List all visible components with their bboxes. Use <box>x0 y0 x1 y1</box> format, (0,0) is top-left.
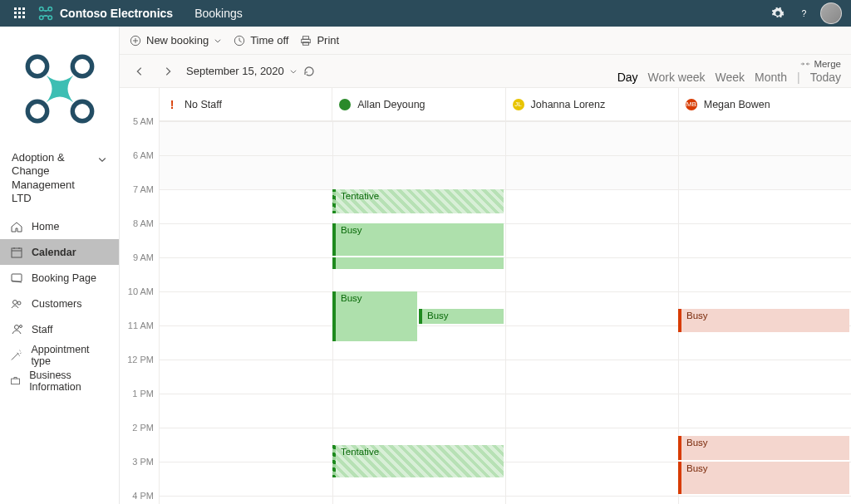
view-work-week[interactable]: Work week <box>648 71 706 84</box>
time-off-button[interactable]: Time off <box>234 34 288 46</box>
date-picker[interactable]: September 15, 2020 <box>186 65 316 78</box>
svg-rect-15 <box>12 379 20 384</box>
svg-point-0 <box>40 7 44 12</box>
page-icon <box>10 272 23 285</box>
subtoolbar: September 15, 2020 Merge Day Work week W… <box>120 55 851 88</box>
calendar-event[interactable]: Busy <box>419 309 504 325</box>
brand: Contoso Electronics <box>38 6 173 21</box>
svg-point-5 <box>27 56 47 76</box>
sidebar-item-label: Home <box>32 221 59 232</box>
svg-point-1 <box>48 7 52 12</box>
app-name[interactable]: Bookings <box>194 7 243 20</box>
app-launcher-button[interactable] <box>7 0 33 27</box>
arrow-right-icon <box>162 66 174 77</box>
calendar-event[interactable]: Busy <box>332 223 504 256</box>
help-icon: ? <box>799 7 810 19</box>
column-header[interactable]: Allan Deyoung <box>332 88 505 120</box>
time-column: 5 AM6 AM7 AM8 AM9 AM10 AM11 AM12 PM1 PM2… <box>120 88 160 504</box>
new-booking-button[interactable]: New booking <box>130 34 222 46</box>
sidebar-item-home[interactable]: Home <box>0 213 119 239</box>
chevron-down-icon <box>97 154 107 164</box>
svg-rect-18 <box>303 36 309 39</box>
calendar-event[interactable]: Busy <box>332 291 417 341</box>
view-day[interactable]: Day <box>617 71 638 84</box>
time-label: 12 PM <box>127 355 154 365</box>
view-month[interactable]: Month <box>755 71 787 84</box>
calendar: 5 AM6 AM7 AM8 AM9 AM10 AM11 AM12 PM1 PM2… <box>120 88 851 504</box>
view-switcher: Day Work week Week Month | Today <box>617 71 841 84</box>
calendar-event[interactable]: Busy <box>678 309 849 333</box>
sidebar-item-staff[interactable]: Staff <box>0 316 119 342</box>
calendar-icon <box>10 246 23 259</box>
sidebar-item-business-information[interactable]: Business Information <box>0 368 119 394</box>
arrow-left-icon <box>134 66 145 77</box>
print-button[interactable]: Print <box>300 34 339 46</box>
avatar-icon <box>820 2 842 24</box>
settings-button[interactable] <box>765 0 791 27</box>
view-week[interactable]: Week <box>716 71 745 84</box>
time-label: 2 PM <box>132 423 154 433</box>
person-dot-icon: MB <box>686 99 697 110</box>
person-dot-icon: JL <box>513 99 524 110</box>
svg-point-3 <box>48 16 52 20</box>
plus-circle-icon <box>130 35 141 46</box>
time-label: 1 PM <box>132 389 154 399</box>
sidebar-item-appointment-type[interactable]: Appointment type <box>0 342 119 368</box>
svg-point-2 <box>40 16 44 20</box>
svg-point-13 <box>15 325 19 329</box>
svg-text:?: ? <box>802 8 807 18</box>
column-header[interactable]: !No Staff <box>160 88 332 120</box>
toolbar: New booking Time off Print <box>120 27 851 55</box>
calendar-event[interactable]: Busy <box>678 462 849 494</box>
calendar-event[interactable]: Tentative <box>332 445 504 477</box>
column-header[interactable]: MBMegan Bowen <box>679 88 851 120</box>
help-button[interactable]: ? <box>791 0 818 27</box>
time-label: 11 AM <box>128 321 154 330</box>
wand-icon <box>10 349 22 362</box>
time-label: 3 PM <box>132 457 154 467</box>
calendar-event[interactable]: Busy <box>678 436 849 460</box>
prev-date-button[interactable] <box>130 61 150 81</box>
sidebar-item-customers[interactable]: Customers <box>0 291 119 316</box>
next-date-button[interactable] <box>158 61 178 81</box>
time-label: 10 AM <box>128 286 154 296</box>
chevron-down-icon <box>289 67 298 76</box>
briefcase-icon <box>10 374 21 388</box>
sidebar-item-label: Appointment type <box>31 344 109 367</box>
business-selector[interactable]: Adoption & Change Management LTD <box>0 151 119 213</box>
sidebar-item-calendar[interactable]: Calendar <box>0 239 119 265</box>
waffle-icon <box>14 7 26 19</box>
svg-rect-9 <box>12 248 22 257</box>
time-label: 5 AM <box>133 116 154 126</box>
sidebar-item-label: Staff <box>32 324 52 335</box>
chevron-down-icon <box>214 37 222 45</box>
sidebar-item-label: Customers <box>32 298 81 310</box>
person-dot-icon <box>339 99 351 110</box>
calendar-grid[interactable]: TentativeBusyBusyBusyTentativeBusyBusyBu… <box>160 121 851 504</box>
merge-button[interactable]: Merge <box>800 59 841 69</box>
staff-icon <box>10 323 23 336</box>
sidebar: Adoption & Change Management LTD HomeCal… <box>0 27 120 504</box>
account-button[interactable] <box>818 0 844 27</box>
time-label: 4 PM <box>132 491 154 501</box>
app-header: Contoso Electronics Bookings ? <box>0 0 851 27</box>
column-header[interactable]: JLJohanna Lorenz <box>506 88 679 120</box>
people-icon <box>10 297 23 311</box>
gear-icon <box>771 7 785 20</box>
sidebar-item-label: Calendar <box>32 247 76 258</box>
svg-point-6 <box>72 56 91 76</box>
svg-point-14 <box>20 325 22 327</box>
print-icon <box>300 35 312 46</box>
calendar-event[interactable] <box>332 257 504 269</box>
brand-name: Contoso Electronics <box>60 7 173 20</box>
warning-icon: ! <box>166 98 178 111</box>
business-name: Adoption & Change Management LTD <box>12 151 95 205</box>
brand-icon <box>38 6 53 21</box>
calendar-event[interactable]: Tentative <box>332 189 504 213</box>
column-headers: !No StaffAllan DeyoungJLJohanna LorenzMB… <box>160 88 851 121</box>
sidebar-item-booking-page[interactable]: Booking Page <box>0 265 119 291</box>
view-today[interactable]: Today <box>810 71 841 84</box>
svg-point-8 <box>72 101 91 120</box>
svg-point-7 <box>27 101 47 120</box>
business-logo <box>0 27 119 151</box>
